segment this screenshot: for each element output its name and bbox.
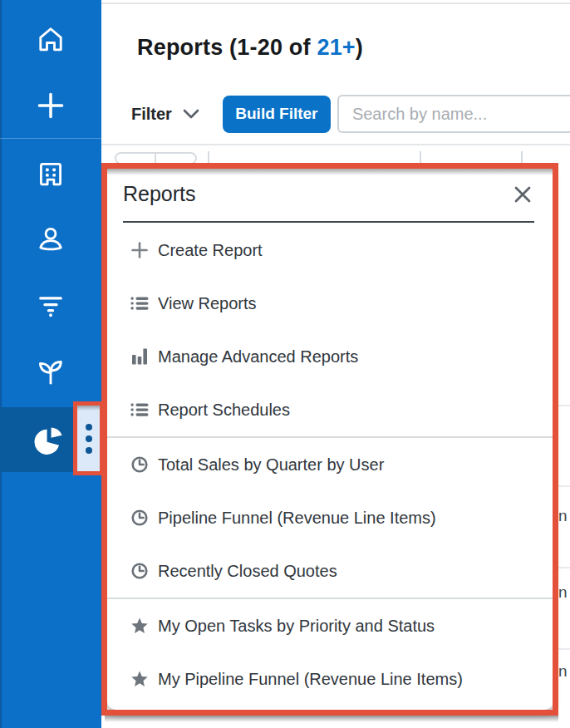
filter-label: Filter xyxy=(131,105,172,124)
menu-item-report-schedules[interactable]: Report Schedules xyxy=(107,383,553,436)
sidebar-item-leads[interactable] xyxy=(0,339,101,404)
app-window: Reports (1-20 of 21+) Filter Build Filte… xyxy=(0,0,570,728)
menu-item-create-report[interactable]: Create Report xyxy=(107,224,553,277)
x-icon xyxy=(513,184,533,204)
kebab-menu-icon xyxy=(86,424,92,430)
page-title-close-paren: ) xyxy=(356,35,363,60)
menu-item-label: My Pipeline Funnel (Revenue Line Items) xyxy=(158,670,463,689)
clock-icon xyxy=(130,509,150,527)
panel-shadow xyxy=(105,716,558,722)
menu-item-label: View Reports xyxy=(158,294,257,313)
star-icon xyxy=(130,617,150,635)
content-top-border xyxy=(101,2,570,4)
menu-item-label: Report Schedules xyxy=(158,401,290,420)
funnel-icon xyxy=(36,289,66,319)
menu-item-my-pipeline-funnel-revenue-line-items[interactable]: My Pipeline Funnel (Revenue Line Items) xyxy=(107,652,553,706)
list-icon xyxy=(130,294,150,312)
person-icon xyxy=(36,224,66,253)
plus-icon xyxy=(130,241,150,259)
sidebar-item-accounts[interactable] xyxy=(0,141,101,206)
column-divider xyxy=(521,151,523,165)
sidebar-item-create[interactable] xyxy=(0,73,101,138)
truncated-cell-text: n xyxy=(558,583,570,602)
menu-list: Create ReportView ReportsManage Advanced… xyxy=(107,224,553,706)
kebab-menu-button[interactable] xyxy=(77,406,100,471)
column-divider xyxy=(208,151,209,165)
annotation-rectangle-kebab xyxy=(73,401,104,475)
reports-module-menu: Reports Create ReportView ReportsManage … xyxy=(107,169,553,710)
sidebar-item-contacts[interactable] xyxy=(0,206,101,271)
clock-icon xyxy=(130,455,150,474)
sidebar-item-home[interactable] xyxy=(0,7,101,71)
list-icon xyxy=(130,401,150,419)
clock-icon xyxy=(130,562,150,580)
truncated-cell-text: n xyxy=(558,507,570,525)
build-filter-button[interactable]: Build Filter xyxy=(223,96,331,133)
menu-item-label: Total Sales by Quarter by User xyxy=(158,455,384,475)
close-button[interactable] xyxy=(512,184,533,205)
filter-dropdown[interactable]: Filter xyxy=(131,105,200,124)
menu-item-label: Create Report xyxy=(158,241,263,260)
menu-item-manage-advanced-reports[interactable]: Manage Advanced Reports xyxy=(107,330,553,383)
page-title-text: Reports (1-20 of xyxy=(137,35,317,60)
sprout-icon xyxy=(36,357,66,386)
home-icon xyxy=(36,24,66,54)
menu-title: Reports xyxy=(123,182,196,206)
menu-item-label: Manage Advanced Reports xyxy=(158,347,358,366)
list-toolbar: Filter Build Filter xyxy=(131,94,570,134)
kebab-shadow xyxy=(77,406,100,411)
menu-item-label: Pipeline Funnel (Revenue Line Items) xyxy=(158,509,436,528)
search-input[interactable] xyxy=(337,95,570,133)
menu-item-label: Recently Closed Quotes xyxy=(158,562,337,581)
chevron-down-icon xyxy=(182,108,200,120)
select-all-control-divider xyxy=(155,153,156,164)
menu-item-label: My Open Tasks by Priority and Status xyxy=(158,617,435,636)
star-icon xyxy=(130,670,150,688)
menu-item-pipeline-funnel-revenue-line-items[interactable]: Pipeline Funnel (Revenue Line Items) xyxy=(107,491,553,544)
menu-item-view-reports[interactable]: View Reports xyxy=(107,277,553,330)
menu-item-total-sales-by-quarter-by-user[interactable]: Total Sales by Quarter by User xyxy=(107,438,553,491)
menu-item-my-open-tasks-by-priority-and-status[interactable]: My Open Tasks by Priority and Status xyxy=(107,599,553,652)
plus-icon xyxy=(35,90,66,121)
column-divider xyxy=(420,151,421,165)
sidebar-divider xyxy=(0,138,101,139)
record-count-link[interactable]: 21+ xyxy=(317,35,355,60)
sidebar-nav xyxy=(0,0,101,728)
menu-title-underline xyxy=(123,221,534,223)
page-title: Reports (1-20 of 21+) xyxy=(137,35,363,61)
pie-chart-icon xyxy=(32,423,65,456)
truncated-cell-text: n xyxy=(558,662,570,681)
sidebar-item-opportunities[interactable] xyxy=(0,272,101,337)
building-icon xyxy=(36,159,66,189)
bar-chart-icon xyxy=(130,347,150,366)
panel-shadow xyxy=(107,169,553,175)
toolbar-divider xyxy=(101,144,570,145)
menu-item-recently-closed-quotes[interactable]: Recently Closed Quotes xyxy=(107,544,553,598)
